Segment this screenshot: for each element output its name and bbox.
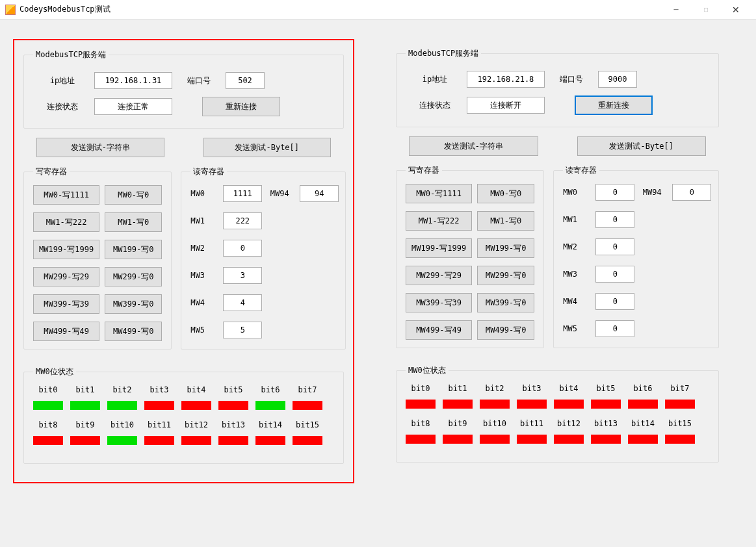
write-btn-1-1[interactable]: MW1-写0 bbox=[477, 211, 534, 231]
write-btn-4-1[interactable]: MW399-写0 bbox=[105, 294, 162, 314]
conn-status-field: 连接正常 bbox=[94, 98, 172, 115]
write-btn-0-1[interactable]: MW0-写0 bbox=[477, 184, 534, 203]
window-title: CodeysModebusTcp测试 bbox=[20, 4, 661, 15]
bit-indicator-12 bbox=[181, 436, 211, 445]
read-value-2[interactable]: 0 bbox=[595, 238, 634, 255]
bit-label-8: bit8 bbox=[406, 419, 436, 428]
main-content: ModebusTCP服务端 ip地址 192.168.1.31 端口号 502 … bbox=[0, 19, 756, 503]
write-group-title: 写寄存器 bbox=[33, 166, 70, 177]
close-button[interactable]: ✕ bbox=[721, 0, 751, 19]
write-register-group: 写寄存器MW0-写1111MW0-写0MW1-写222MW1-写0MW199-写… bbox=[23, 166, 172, 350]
ip-label: ip地址 bbox=[412, 74, 458, 85]
bit-indicator-6 bbox=[255, 401, 285, 410]
bit-indicator-8 bbox=[33, 436, 63, 445]
reconnect-button[interactable]: 重新连接 bbox=[202, 97, 280, 116]
write-btn-4-0[interactable]: MW399-写39 bbox=[406, 293, 472, 312]
bit-label-12: bit12 bbox=[554, 419, 584, 428]
bit-label-5: bit5 bbox=[218, 385, 248, 394]
read-label-4: MW4 bbox=[563, 297, 592, 306]
write-btn-5-1[interactable]: MW499-写0 bbox=[477, 320, 534, 340]
bit-label-12: bit12 bbox=[181, 420, 211, 429]
write-btn-5-0[interactable]: MW499-写49 bbox=[33, 322, 99, 341]
send-bytes-button[interactable]: 发送测试-Byte[] bbox=[203, 138, 332, 157]
bit-indicator-1 bbox=[443, 400, 473, 409]
write-btn-3-0[interactable]: MW299-写29 bbox=[406, 266, 472, 285]
write-btn-0-0[interactable]: MW0-写1111 bbox=[406, 184, 472, 203]
bit-label-11: bit11 bbox=[144, 420, 174, 429]
read-value-5[interactable]: 5 bbox=[223, 322, 262, 338]
port-field[interactable]: 9000 bbox=[598, 71, 637, 88]
write-btn-2-1[interactable]: MW199-写0 bbox=[105, 240, 162, 259]
read-value-0[interactable]: 1111 bbox=[223, 185, 262, 202]
read-value-1[interactable]: 222 bbox=[223, 212, 262, 229]
ip-field[interactable]: 192.168.21.8 bbox=[467, 71, 545, 88]
read-label-1: MW1 bbox=[190, 216, 219, 225]
write-btn-3-1[interactable]: MW299-写0 bbox=[477, 266, 534, 285]
bit-label-13: bit13 bbox=[591, 419, 621, 428]
read-value-3[interactable]: 3 bbox=[223, 267, 262, 284]
read-value-4[interactable]: 4 bbox=[223, 294, 262, 311]
write-group-title: 写寄存器 bbox=[406, 165, 442, 176]
read-value-2[interactable]: 0 bbox=[223, 240, 262, 257]
read-label-4: MW4 bbox=[190, 298, 219, 307]
read-value-1[interactable]: 0 bbox=[595, 211, 634, 228]
bit-label-3: bit3 bbox=[144, 385, 174, 394]
bit-label-row-0: bit0bit1bit2bit3bit4bit5bit6bit7 bbox=[406, 384, 709, 397]
bit-indicator-10 bbox=[107, 436, 137, 445]
read-value-0[interactable]: 0 bbox=[595, 184, 634, 201]
port-field[interactable]: 502 bbox=[226, 72, 265, 89]
read-group-title: 读寄存器 bbox=[190, 166, 227, 177]
send-bytes-button[interactable]: 发送测试-Byte[] bbox=[577, 136, 707, 156]
reconnect-button[interactable]: 重新连接 bbox=[575, 95, 653, 115]
conn-status-field: 连接断开 bbox=[467, 97, 545, 114]
read-value-3[interactable]: 0 bbox=[595, 266, 634, 283]
write-btn-0-0[interactable]: MW0-写1111 bbox=[33, 185, 99, 205]
read-value-5[interactable]: 0 bbox=[595, 320, 634, 337]
bit-indicator-0 bbox=[406, 400, 436, 409]
bit-indicator-1 bbox=[70, 401, 100, 410]
bit-label-9: bit9 bbox=[443, 419, 473, 428]
bit-label-4: bit4 bbox=[554, 384, 584, 393]
write-btn-2-1[interactable]: MW199-写0 bbox=[477, 238, 534, 258]
write-btn-1-1[interactable]: MW1-写0 bbox=[105, 212, 162, 232]
send-string-button[interactable]: 发送测试-字符串 bbox=[409, 136, 538, 156]
write-btn-3-0[interactable]: MW299-写29 bbox=[33, 267, 99, 286]
send-string-button[interactable]: 发送测试-字符串 bbox=[36, 138, 164, 157]
write-btn-3-1[interactable]: MW299-写0 bbox=[105, 267, 162, 286]
write-register-group: 写寄存器MW0-写1111MW0-写0MW1-写222MW1-写0MW199-写… bbox=[396, 165, 544, 348]
test-buttons-row: 发送测试-字符串 发送测试-Byte[] bbox=[396, 136, 719, 165]
ip-field[interactable]: 192.168.1.31 bbox=[94, 72, 172, 89]
write-btn-1-0[interactable]: MW1-写222 bbox=[406, 211, 472, 231]
bit-indicator-15 bbox=[293, 436, 322, 445]
write-btn-5-1[interactable]: MW499-写0 bbox=[105, 322, 162, 341]
bits-group: MW0位状态bit0bit1bit2bit3bit4bit5bit6bit7bi… bbox=[396, 365, 719, 463]
read-value-4[interactable]: 0 bbox=[595, 293, 634, 310]
read-label-3: MW3 bbox=[190, 271, 219, 280]
read-group-title: 读寄存器 bbox=[563, 165, 599, 176]
bit-indicator-15 bbox=[665, 435, 695, 444]
bit-label-7: bit7 bbox=[665, 384, 695, 393]
minimize-button[interactable]: ─ bbox=[661, 0, 691, 19]
maximize-button[interactable]: □ bbox=[691, 0, 721, 19]
write-btn-2-0[interactable]: MW199-写1999 bbox=[33, 240, 99, 259]
bit-label-row-1: bit8bit9bit10bit11bit12bit13bit14bit15 bbox=[406, 419, 709, 432]
register-columns: 写寄存器MW0-写1111MW0-写0MW1-写222MW1-写0MW199-写… bbox=[396, 165, 719, 357]
write-btn-2-0[interactable]: MW199-写1999 bbox=[406, 238, 472, 258]
bit-label-8: bit8 bbox=[33, 420, 63, 429]
write-btn-1-0[interactable]: MW1-写222 bbox=[33, 212, 99, 232]
write-grid: MW0-写1111MW0-写0MW1-写222MW1-写0MW199-写1999… bbox=[406, 184, 534, 340]
write-btn-0-1[interactable]: MW0-写0 bbox=[105, 185, 162, 205]
bit-indicator-4 bbox=[554, 400, 584, 409]
read-value2-0[interactable]: 0 bbox=[672, 184, 711, 201]
bit-indicator-11 bbox=[144, 436, 174, 445]
read-label-3: MW3 bbox=[563, 270, 592, 279]
write-btn-4-0[interactable]: MW399-写39 bbox=[33, 294, 99, 314]
read-grid: MW01111MW9494MW1222MW20MW33MW44MW55 bbox=[190, 185, 336, 338]
bit-indicator-2 bbox=[480, 400, 510, 409]
write-btn-5-0[interactable]: MW499-写49 bbox=[406, 320, 472, 340]
port-label: 端口号 bbox=[181, 75, 216, 86]
bit-indicator-14 bbox=[255, 436, 285, 445]
left-panel: ModebusTCP服务端 ip地址 192.168.1.31 端口号 502 … bbox=[13, 39, 354, 483]
read-value2-0[interactable]: 94 bbox=[300, 185, 339, 202]
write-btn-4-1[interactable]: MW399-写0 bbox=[477, 293, 534, 312]
